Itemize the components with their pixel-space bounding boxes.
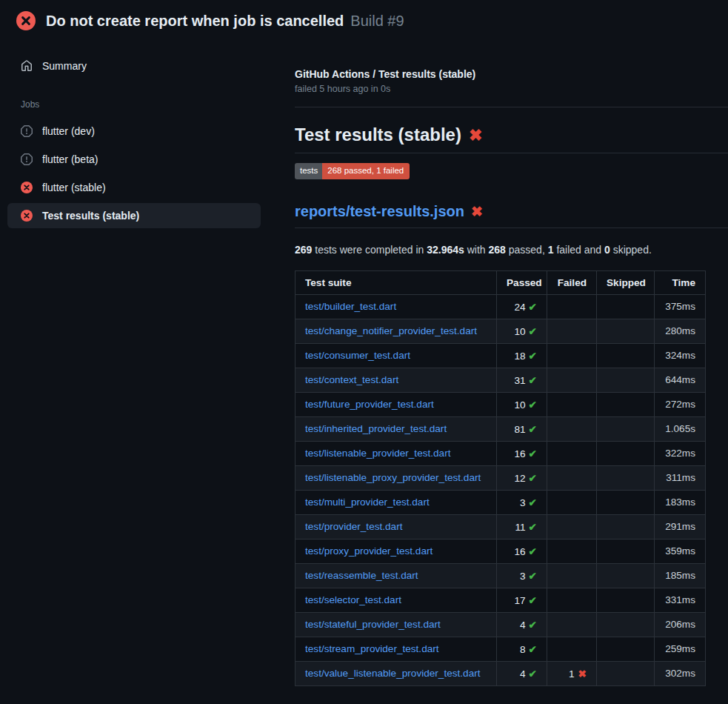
results-table-body: test/builder_test.dart24✔375mstest/chang…	[295, 294, 706, 685]
passed-cell: 16✔	[497, 441, 547, 465]
failed-cell	[547, 539, 597, 563]
check-icon: ✔	[529, 326, 537, 337]
column-header-skipped: Skipped	[597, 270, 655, 294]
skipped-cell	[597, 612, 655, 637]
sidebar-item-summary[interactable]: Summary	[7, 53, 261, 79]
test-suite-link[interactable]: test/consumer_test.dart	[305, 350, 410, 361]
passed-cell: 4✔	[497, 612, 547, 637]
suite-cell: test/consumer_test.dart	[295, 343, 497, 368]
summary-part: 32.964s	[427, 244, 464, 256]
suite-cell: test/reassemble_test.dart	[295, 563, 497, 588]
summary-part: failed and	[554, 244, 605, 256]
passed-cell: 10✔	[497, 392, 547, 416]
section-title-text: Test results (stable)	[295, 124, 461, 145]
column-header-passed: Passed	[497, 270, 547, 294]
table-row: test/change_notifier_provider_test.dart1…	[295, 319, 706, 343]
suite-cell: test/provider_test.dart	[295, 514, 497, 539]
sidebar-item-test-results-stable[interactable]: Test results (stable)	[7, 203, 261, 228]
test-suite-link[interactable]: test/stateful_provider_test.dart	[305, 619, 441, 630]
test-suite-link[interactable]: test/listenable_provider_test.dart	[305, 448, 450, 459]
summary-part: with	[464, 244, 489, 256]
test-suite-link[interactable]: test/provider_test.dart	[305, 521, 402, 532]
time-cell: 183ms	[655, 490, 706, 514]
summary-part: 1	[548, 244, 554, 256]
skipped-cell	[597, 319, 655, 343]
table-row: test/stream_provider_test.dart8✔259ms	[295, 637, 706, 661]
suite-cell: test/builder_test.dart	[295, 294, 497, 319]
test-suite-link[interactable]: test/future_provider_test.dart	[305, 399, 434, 410]
failed-cell	[547, 368, 597, 392]
badge-label: tests	[295, 163, 322, 179]
summary-part: 269	[295, 244, 312, 256]
test-suite-link[interactable]: test/change_notifier_provider_test.dart	[305, 325, 477, 336]
test-suite-link[interactable]: test/listenable_proxy_provider_test.dart	[305, 472, 481, 483]
skipped-cell	[597, 465, 655, 490]
passed-count: 81	[514, 424, 525, 435]
suite-cell: test/listenable_proxy_provider_test.dart	[295, 465, 497, 490]
sidebar-item-flutter-dev[interactable]: flutter (dev)	[7, 119, 261, 144]
skipped-cell	[597, 368, 655, 392]
time-cell: 302ms	[655, 661, 706, 685]
table-row: test/listenable_provider_test.dart16✔322…	[295, 441, 706, 465]
run-title: Do not create report when job is cancell…	[46, 13, 344, 29]
sidebar-item-flutter-stable[interactable]: flutter (stable)	[7, 175, 261, 200]
divider	[295, 107, 728, 107]
time-cell: 644ms	[655, 368, 706, 392]
breadcrumb: GitHub Actions / Test results (stable)	[295, 68, 728, 80]
test-suite-link[interactable]: test/proxy_provider_test.dart	[305, 545, 433, 557]
suite-cell: test/context_test.dart	[295, 368, 497, 392]
table-header-row: Test suite Passed Failed Skipped Time	[295, 270, 706, 294]
failed-x-icon: ✖	[471, 204, 483, 219]
check-icon: ✔	[529, 399, 537, 411]
passed-cell: 31✔	[497, 368, 547, 392]
passed-cell: 8✔	[497, 637, 547, 661]
cancelled-status-icon	[21, 125, 33, 137]
time-cell: 322ms	[655, 441, 706, 465]
passed-count: 4	[520, 668, 526, 680]
skipped-cell	[597, 588, 655, 612]
passed-cell: 4✔	[497, 661, 547, 685]
test-suite-link[interactable]: test/context_test.dart	[305, 374, 398, 385]
failed-cell	[547, 612, 597, 637]
test-suite-link[interactable]: test/reassemble_test.dart	[305, 570, 418, 581]
section-title: Test results (stable)✖	[295, 124, 728, 153]
sidebar-item-label: Summary	[42, 60, 87, 72]
test-suite-link[interactable]: test/value_listenable_provider_test.dart	[305, 668, 481, 679]
failed-cell	[547, 441, 597, 465]
table-row: test/builder_test.dart24✔375ms	[295, 294, 706, 319]
test-suite-link[interactable]: test/builder_test.dart	[305, 301, 396, 312]
sidebar-item-flutter-beta[interactable]: flutter (beta)	[7, 147, 261, 172]
passed-cell: 18✔	[497, 343, 547, 368]
column-header-test-suite: Test suite	[295, 270, 497, 294]
report-file-link[interactable]: reports/test-results.json	[295, 203, 464, 219]
table-row: test/stateful_provider_test.dart4✔206ms	[295, 612, 706, 637]
check-icon: ✔	[529, 302, 537, 313]
passed-count: 3	[520, 497, 526, 508]
passed-cell: 3✔	[497, 490, 547, 514]
summary-part: 0	[604, 244, 610, 256]
check-icon: ✔	[529, 473, 537, 484]
passed-count: 17	[514, 595, 525, 606]
time-cell: 280ms	[655, 319, 706, 343]
test-suite-link[interactable]: test/multi_provider_test.dart	[305, 497, 430, 508]
failed-status-icon	[21, 182, 33, 193]
check-icon: ✔	[529, 522, 537, 533]
cross-icon: ✖	[578, 668, 587, 680]
passed-count: 10	[514, 399, 525, 411]
test-suite-link[interactable]: test/inherited_provider_test.dart	[305, 423, 447, 434]
run-header: Do not create report when job is cancell…	[0, 0, 728, 40]
test-suite-link[interactable]: test/selector_test.dart	[305, 594, 401, 605]
passed-count: 4	[520, 620, 526, 631]
run-title-group: Do not create report when job is cancell…	[46, 13, 404, 30]
sidebar-item-label: flutter (stable)	[42, 182, 106, 193]
time-cell: 359ms	[655, 539, 706, 563]
skipped-cell	[597, 661, 655, 685]
time-cell: 206ms	[655, 612, 706, 637]
suite-cell: test/value_listenable_provider_test.dart	[295, 661, 497, 685]
summary-text: 269 tests were completed in 32.964s with…	[295, 244, 728, 256]
table-row: test/value_listenable_provider_test.dart…	[295, 661, 706, 685]
passed-count: 3	[520, 571, 526, 582]
time-cell: 324ms	[655, 343, 706, 368]
suite-cell: test/selector_test.dart	[295, 588, 497, 612]
test-suite-link[interactable]: test/stream_provider_test.dart	[305, 643, 439, 654]
